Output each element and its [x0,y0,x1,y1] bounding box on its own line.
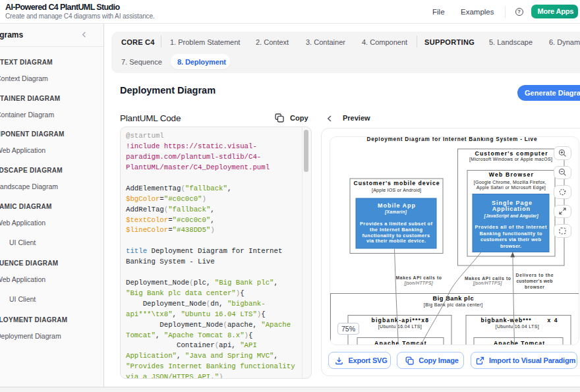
svg-text:customers via their web: customers via their web [480,237,541,242]
svg-text:Provides a limited subset of: Provides a limited subset of [360,221,433,227]
svg-text:customer's web: customer's web [516,279,552,283]
svg-text:[JavaScript and Angular]: [JavaScript and Angular] [483,213,538,219]
svg-text:[Xamarin]: [Xamarin] [384,210,407,215]
svg-text:Web Browser: Web Browser [488,171,533,178]
svg-text:bigbank-web***: bigbank-web*** [480,317,531,323]
svg-text:Application: Application [492,206,529,212]
svg-text:Apache Tomcat: Apache Tomcat [374,340,426,345]
svg-text:[Google Chrome, Mozilla Firefo: [Google Chrome, Mozilla Firefox, [473,180,546,185]
svg-text:[Ubuntu 16.04 LTS]: [Ubuntu 16.04 LTS] [378,324,421,329]
svg-text:Deployment Diagram for Interne: Deployment Diagram for Internet Banking … [366,136,536,142]
svg-text:Customer's mobile device: Customer's mobile device [353,180,439,186]
svg-text:[Ubuntu 16.04 LTS]: [Ubuntu 16.04 LTS] [495,324,538,329]
svg-text:browser.: browser. [500,243,521,249]
svg-text:bigbank-api***x8: bigbank-api***x8 [371,317,428,323]
svg-text:[Apple IOS or Android]: [Apple IOS or Android] [372,188,421,193]
svg-text:Apache Tomcat: Apache Tomcat [494,340,544,345]
svg-text:[json/HTTPS]: [json/HTTPS] [403,281,433,286]
svg-text:[Microsoft Windows or Apple ma: [Microsoft Windows or Apple macOS] [469,157,552,162]
svg-text:Single Page: Single Page [492,200,532,206]
svg-text:Provides all of the Internet: Provides all of the Internet [475,224,547,230]
svg-text:Banking functionality to: Banking functionality to [479,231,542,237]
svg-text:[json/HTTPS]: [json/HTTPS] [472,281,502,286]
svg-text:Makes API calls to: Makes API calls to [465,276,511,281]
svg-text:Apple Safari or Microsoft Edge: Apple Safari or Microsoft Edge] [476,185,545,190]
svg-text:[Big Bank plc data center]: [Big Bank plc data center] [423,302,482,308]
svg-text:Delivers to the: Delivers to the [515,273,553,277]
svg-text:via their mobile device.: via their mobile device. [366,238,426,244]
svg-text:Customer's computer: Customer's computer [475,150,548,157]
svg-text:browser: browser [525,285,544,289]
svg-text:Makes API calls to: Makes API calls to [395,275,442,280]
svg-text:the Internet Banking: the Internet Banking [370,227,422,233]
svg-text:Big Bank plc: Big Bank plc [432,295,473,302]
svg-text:Mobile App: Mobile App [378,202,416,209]
